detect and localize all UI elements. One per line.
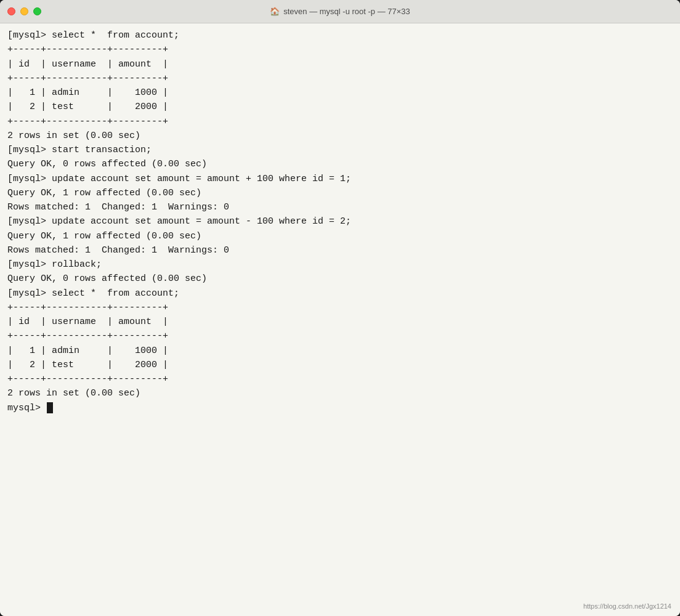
watermark: https://blog.csdn.net/Jgx1214 [583,601,671,612]
cursor [47,402,53,413]
terminal-line: [mysql> select * from account; [7,28,673,43]
terminal-line: [mysql> start transaction; [7,143,673,157]
terminal-line: | 2 | test | 2000 | [7,100,673,114]
terminal-body[interactable]: [mysql> select * from account;+-----+---… [0,23,680,616]
terminal-line: | id | username | amount | [7,315,673,329]
home-icon: 🏠 [270,7,280,16]
terminal-line: 2 rows in set (0.00 sec) [7,129,673,143]
terminal-line: +-----+-----------+---------+ [7,115,673,129]
terminal-line: mysql> [7,401,673,415]
terminal-line: [mysql> update account set amount = amou… [7,172,673,186]
window-title: 🏠 steven — mysql -u root -p — 77×33 [270,7,410,16]
terminal-line: Rows matched: 1 Changed: 1 Warnings: 0 [7,200,673,214]
terminal-line: [mysql> update account set amount = amou… [7,214,673,229]
minimize-button[interactable] [20,7,28,15]
terminal-line: +-----+-----------+---------+ [7,372,673,386]
terminal-line: | 2 | test | 2000 | [7,358,673,372]
window-controls [7,7,41,15]
titlebar: 🏠 steven — mysql -u root -p — 77×33 [0,0,680,23]
terminal-line: Rows matched: 1 Changed: 1 Warnings: 0 [7,243,673,257]
terminal-output: [mysql> select * from account;+-----+---… [7,28,673,415]
terminal-line: +-----+-----------+---------+ [7,329,673,343]
terminal-line: | 1 | admin | 1000 | [7,86,673,100]
terminal-window: 🏠 steven — mysql -u root -p — 77×33 [mys… [0,0,680,616]
maximize-button[interactable] [33,7,41,15]
terminal-line: Query OK, 1 row affected (0.00 sec) [7,186,673,200]
title-label: steven — mysql -u root -p — 77×33 [283,7,410,16]
terminal-line: | id | username | amount | [7,57,673,71]
terminal-line: 2 rows in set (0.00 sec) [7,386,673,400]
terminal-line: [mysql> rollback; [7,257,673,272]
terminal-line: Query OK, 1 row affected (0.00 sec) [7,229,673,243]
terminal-line: +-----+-----------+---------+ [7,43,673,57]
close-button[interactable] [7,7,15,15]
terminal-line: +-----+-----------+---------+ [7,71,673,86]
terminal-line: +-----+-----------+---------+ [7,301,673,315]
terminal-line: Query OK, 0 rows affected (0.00 sec) [7,272,673,286]
terminal-line: | 1 | admin | 1000 | [7,344,673,358]
terminal-line: [mysql> select * from account; [7,286,673,301]
terminal-line: Query OK, 0 rows affected (0.00 sec) [7,157,673,171]
